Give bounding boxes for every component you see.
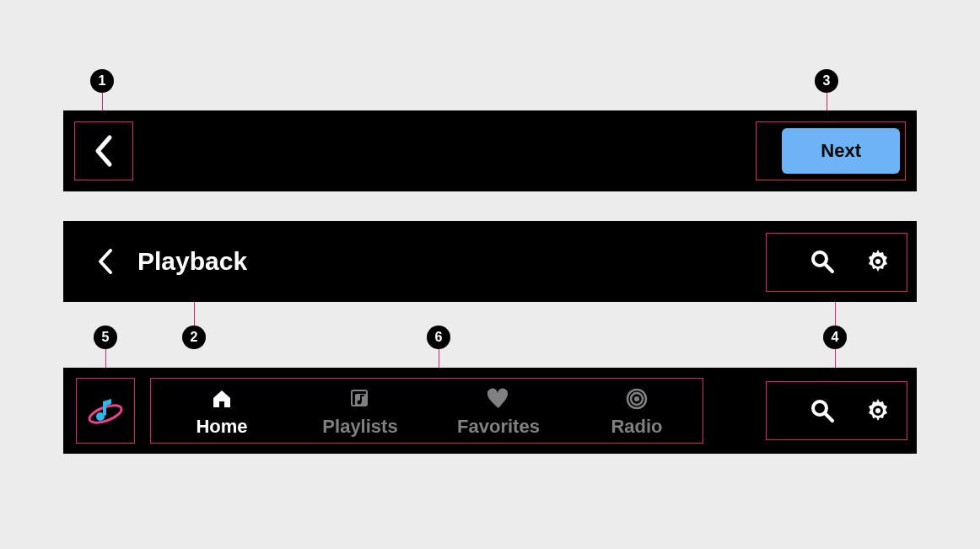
- chevron-left-icon: [93, 134, 115, 168]
- svg-line-1: [825, 264, 832, 272]
- toolbar-with-title: Playback: [63, 221, 917, 302]
- search-button[interactable]: [802, 390, 843, 431]
- gear-icon: [865, 398, 891, 423]
- annotation-marker-1: 1: [90, 69, 114, 93]
- tab-label: Home: [196, 416, 247, 438]
- radio-icon: [625, 387, 649, 411]
- back-button[interactable]: [77, 124, 131, 178]
- tab-label: Playlists: [322, 416, 397, 438]
- tab-home[interactable]: Home: [153, 379, 291, 443]
- settings-button[interactable]: [858, 241, 898, 282]
- annotation-marker-6: 6: [427, 326, 450, 349]
- annotation-marker-5: 5: [94, 326, 117, 349]
- toolbar-with-tabs: Home Playlists Favorites Radio: [63, 368, 917, 454]
- svg-point-7: [634, 396, 639, 401]
- heart-icon: [487, 388, 510, 410]
- gear-icon: [865, 249, 891, 274]
- home-icon: [211, 388, 233, 410]
- toolbar-with-next: Next: [63, 110, 917, 191]
- annotation-marker-3: 3: [815, 69, 838, 93]
- back-button[interactable]: [83, 234, 127, 288]
- svg-point-3: [96, 412, 105, 421]
- playlist-icon: [349, 388, 371, 410]
- tab-radio[interactable]: Radio: [568, 379, 706, 443]
- chevron-left-icon: [96, 247, 115, 276]
- next-button[interactable]: Next: [782, 128, 900, 174]
- annotation-marker-2: 2: [182, 326, 206, 349]
- tab-label: Radio: [611, 416, 662, 438]
- toolbar-actions: [802, 390, 898, 431]
- search-icon: [810, 249, 835, 274]
- tab-playlists[interactable]: Playlists: [291, 379, 429, 443]
- app-logo: [82, 387, 129, 434]
- search-button[interactable]: [802, 241, 843, 282]
- annotation-marker-4: 4: [823, 326, 847, 349]
- settings-button[interactable]: [858, 390, 898, 431]
- search-icon: [810, 398, 835, 423]
- toolbar-actions: [802, 241, 898, 282]
- tab-favorites[interactable]: Favorites: [429, 379, 568, 443]
- page-title: Playback: [137, 247, 247, 276]
- music-planet-icon: [86, 391, 125, 430]
- svg-line-11: [825, 413, 832, 421]
- tab-label: Favorites: [457, 416, 540, 438]
- tab-bar: Home Playlists Favorites Radio: [153, 379, 706, 443]
